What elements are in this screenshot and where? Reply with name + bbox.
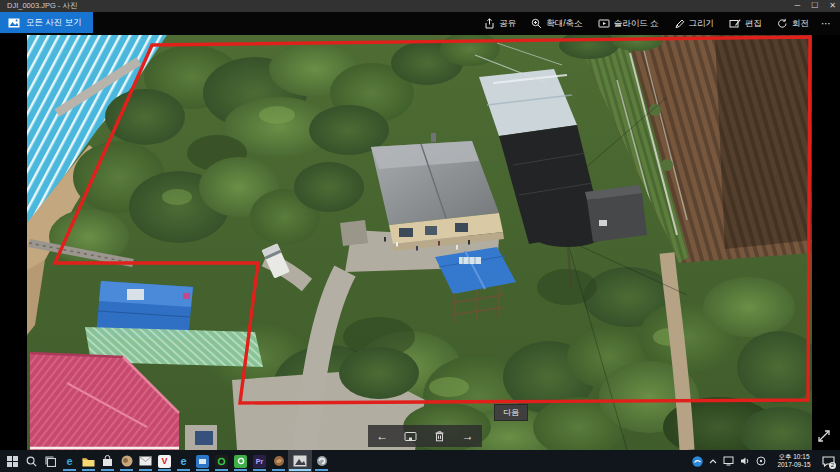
trash-icon: [434, 430, 445, 442]
internet-explorer-button[interactable]: e: [174, 450, 193, 472]
green-app-button[interactable]: [231, 450, 250, 472]
squirrel-app-icon: [273, 455, 285, 467]
action-center-button[interactable]: 2: [822, 456, 835, 467]
blue-app-button[interactable]: [193, 450, 212, 472]
arrow-left-icon: ←: [376, 429, 388, 443]
edge-icon: e: [66, 456, 72, 467]
volume-button[interactable]: [740, 456, 750, 466]
blue-app-icon: [196, 455, 209, 468]
rotate-icon: [777, 18, 788, 29]
v3-antivirus-button[interactable]: V: [155, 450, 174, 472]
folder-icon: [82, 456, 95, 467]
clock-date: 2017-09-15: [772, 461, 816, 469]
share-button[interactable]: 공유: [484, 18, 516, 30]
notification-count-badge: 2: [829, 462, 836, 469]
previous-photo-button[interactable]: ←: [368, 425, 397, 447]
taskbar-app-icons: e: [3, 450, 331, 472]
green-ring-icon: [215, 455, 228, 468]
blue-circle-app-icon: [692, 456, 703, 467]
photos-app-icon: [293, 455, 307, 467]
mail-app-button[interactable]: [136, 450, 155, 472]
task-view-icon: [45, 456, 56, 467]
swirl-app-icon: [316, 455, 328, 467]
premiere-button[interactable]: Pr: [250, 450, 269, 472]
slideshow-icon: [598, 18, 610, 29]
windows-logo-icon: [7, 456, 18, 467]
chevron-up-icon: [709, 459, 717, 464]
taskbar-file-explorer-button[interactable]: [79, 450, 98, 472]
see-more-button[interactable]: ⋯: [821, 18, 832, 29]
rotate-button[interactable]: 회전: [777, 18, 809, 30]
premiere-icon: Pr: [253, 455, 266, 468]
arrow-right-icon: →: [462, 429, 474, 443]
round-status-icon: [756, 456, 766, 466]
title-bar: DJI_0003.JPG - 사진 ─ ☐ ✕: [0, 0, 840, 12]
magnifier-icon: [531, 18, 542, 29]
expand-diagonal-icon: [819, 431, 829, 441]
hamster-app-icon: [121, 455, 133, 467]
photo-stage: 다음 ← →: [0, 35, 840, 450]
close-button[interactable]: ✕: [829, 0, 836, 12]
taskbar-edge-button[interactable]: e: [60, 450, 79, 472]
next-photo-button[interactable]: →: [454, 425, 483, 447]
green-app-icon: [234, 455, 247, 468]
internet-explorer-icon: e: [180, 456, 186, 467]
green-ring-app-button[interactable]: [212, 450, 231, 472]
edit-button[interactable]: 편집: [729, 18, 762, 30]
brown-app-button[interactable]: [269, 450, 288, 472]
clock-time: 오후 10:15: [772, 453, 816, 461]
tray-overflow-button[interactable]: [709, 459, 717, 464]
store-bag-icon: [102, 455, 113, 467]
zoom-button[interactable]: 확대/축소: [531, 18, 582, 30]
tan-app-button[interactable]: [117, 450, 136, 472]
mail-icon: [139, 456, 152, 466]
maximize-button[interactable]: ☐: [811, 0, 818, 12]
window-title: DJI_0003.JPG - 사진: [7, 0, 77, 12]
fullscreen-toggle-button[interactable]: [816, 428, 832, 444]
delete-button[interactable]: [425, 425, 454, 447]
system-tray: 오후 10:15 2017-09-15 2: [692, 450, 838, 472]
slideshow-button[interactable]: 슬라이드 쇼: [598, 18, 659, 30]
photo-nav-bar: ← →: [368, 425, 482, 447]
app-command-bar: 모든 사진 보기 공유 확대/축소 슬라이드 쇼: [0, 12, 840, 35]
next-tooltip: 다음: [494, 404, 528, 421]
taskbar-clock[interactable]: 오후 10:15 2017-09-15: [772, 453, 816, 469]
v3-shield-icon: V: [158, 455, 171, 468]
dark-shed: [585, 185, 647, 242]
start-button[interactable]: [3, 450, 22, 472]
share-icon: [484, 18, 495, 29]
draw-button[interactable]: 그리기: [674, 18, 715, 30]
view-all-photos-label: 모든 사진 보기: [26, 17, 82, 29]
filmstrip-icon: [404, 431, 417, 442]
desktop-screen: DJI_0003.JPG - 사진 ─ ☐ ✕ 모든 사진 보기 공유: [0, 0, 840, 472]
view-all-photos-button[interactable]: 모든 사진 보기: [0, 12, 93, 33]
network-monitor-icon: [723, 456, 734, 466]
taskbar-search-button[interactable]: [22, 450, 41, 472]
network-status-button[interactable]: [723, 456, 734, 466]
edit-icon: [729, 18, 741, 29]
tray-blue-app-button[interactable]: [692, 456, 703, 467]
speaker-icon: [740, 456, 750, 466]
photos-app-button[interactable]: [288, 450, 312, 472]
ime-status-button[interactable]: [756, 456, 766, 466]
swirl-app-button[interactable]: [312, 450, 331, 472]
aerial-photo[interactable]: [27, 35, 812, 450]
taskbar: e: [0, 450, 840, 472]
task-view-button[interactable]: [41, 450, 60, 472]
search-icon: [26, 456, 37, 467]
toolbar-actions: 공유 확대/축소 슬라이드 쇼 그리기: [469, 12, 832, 35]
filmstrip-button[interactable]: [397, 425, 426, 447]
taskbar-store-button[interactable]: [98, 450, 117, 472]
ellipsis-icon: ⋯: [821, 18, 832, 29]
pen-icon: [674, 18, 685, 29]
minimize-button[interactable]: ─: [794, 0, 800, 12]
photo-icon: [8, 18, 20, 28]
